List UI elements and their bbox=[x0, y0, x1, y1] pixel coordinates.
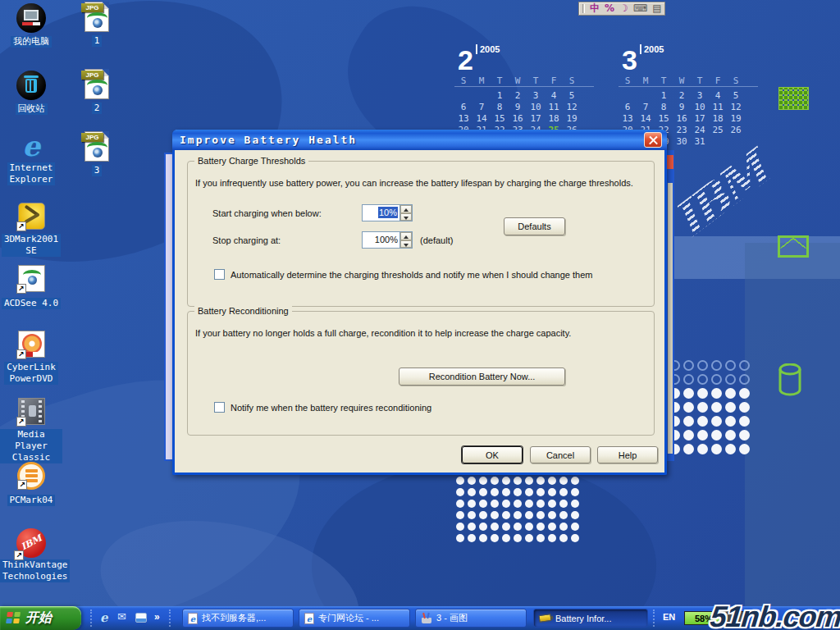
desktop-icon-acdsee[interactable]: ↗ ACDSee 4.0 bbox=[0, 264, 62, 309]
desktop-icon-jpg-1[interactable]: JPG 1 bbox=[66, 2, 128, 47]
ime-chinese-icon[interactable]: 中 bbox=[590, 2, 600, 15]
dot bbox=[711, 374, 722, 385]
desktop-icon-3dmark2001[interactable]: ↗ 3DMark2001 SE bbox=[0, 202, 62, 257]
thresholds-description: If you infrequently use battery power, y… bbox=[195, 178, 647, 188]
start-charging-spinner[interactable]: 10% bbox=[362, 204, 413, 221]
dot bbox=[739, 360, 750, 371]
shortcut-arrow-icon: ↗ bbox=[14, 550, 24, 560]
ime-language-bar[interactable]: 中 % ☽ ⌨ ▤ bbox=[578, 2, 665, 16]
ime-keyboard-icon[interactable]: ⌨ bbox=[633, 2, 647, 15]
ime-menu-icon[interactable]: ▤ bbox=[652, 2, 661, 15]
taskbar-separator bbox=[653, 609, 655, 627]
dot bbox=[456, 488, 464, 496]
ok-button[interactable]: OK bbox=[462, 446, 523, 463]
desktop-icon-pcmark04[interactable]: ↗ PCMark04 bbox=[0, 461, 62, 506]
dot bbox=[491, 477, 499, 485]
desktop-icon-label: CyberLink PowerDVD bbox=[4, 362, 58, 385]
dot bbox=[491, 488, 499, 496]
close-icon[interactable] bbox=[644, 132, 662, 148]
desktop-icon-jpg-2[interactable]: JPG 2 bbox=[66, 69, 128, 114]
dot bbox=[711, 430, 722, 441]
dot bbox=[711, 360, 722, 371]
calendar-day-header: F bbox=[709, 75, 727, 87]
3dmark-icon: ↗ bbox=[18, 203, 45, 230]
dot bbox=[571, 523, 579, 531]
notify-reconditioning-checkbox[interactable] bbox=[214, 402, 225, 413]
dot bbox=[711, 388, 722, 399]
dot bbox=[725, 374, 736, 385]
dot bbox=[514, 500, 522, 508]
quicklaunch-ie-icon[interactable]: e bbox=[100, 610, 108, 625]
dot bbox=[456, 500, 464, 508]
desktop-icon-label: PCMark04 bbox=[7, 495, 56, 506]
start-charging-label: Start charging when below: bbox=[212, 208, 322, 218]
dot bbox=[697, 360, 708, 371]
dot bbox=[559, 488, 568, 496]
task-label: 3 - 画图 bbox=[436, 612, 468, 624]
calendar-day-header: T bbox=[691, 75, 709, 87]
wallpaper-panel bbox=[745, 243, 840, 606]
quicklaunch-overflow-chevron[interactable]: » bbox=[154, 611, 160, 623]
taskbar-button-server-not-found[interactable]: e 找不到服务器,... bbox=[182, 609, 294, 628]
desktop-icon-internet-explorer[interactable]: e Internet Explorer bbox=[0, 131, 62, 185]
dot bbox=[502, 500, 510, 508]
dot bbox=[725, 388, 736, 399]
taskbar-button-forum[interactable]: e 专门网论坛 - ... bbox=[299, 609, 410, 628]
dot bbox=[525, 488, 533, 496]
dot bbox=[697, 402, 708, 413]
calendar-title: 32005 bbox=[619, 44, 758, 74]
dot bbox=[468, 500, 476, 508]
desktop-icon-media-player-classic[interactable]: ↗ Media Player Classic bbox=[0, 397, 62, 463]
start-button[interactable]: 开始 bbox=[0, 606, 81, 630]
stop-charging-spinner[interactable]: 100% bbox=[362, 231, 413, 249]
dot bbox=[525, 500, 533, 508]
dot bbox=[468, 488, 476, 496]
spinner-down-icon[interactable] bbox=[400, 213, 412, 221]
defaults-button[interactable]: Defaults bbox=[504, 217, 565, 235]
dot bbox=[683, 430, 694, 441]
cancel-button[interactable]: Cancel bbox=[530, 446, 591, 463]
desktop-icon-recycle-bin[interactable]: 回收站 bbox=[0, 71, 62, 115]
dot bbox=[479, 511, 487, 519]
desktop-icon-thinkvantage[interactable]: IBM↗ ThinkVantage Technologies bbox=[0, 528, 62, 582]
dot bbox=[711, 416, 722, 427]
dialog-titlebar[interactable]: Improve Battery Health bbox=[172, 130, 667, 150]
ime-width-toggle-icon[interactable]: % bbox=[605, 2, 614, 15]
quicklaunch-mail-icon[interactable]: ✉ bbox=[117, 610, 126, 623]
dot bbox=[697, 374, 708, 385]
dot bbox=[739, 416, 750, 427]
ime-drag-handle[interactable] bbox=[582, 4, 585, 13]
dot bbox=[456, 511, 464, 519]
calendar-month: 2 bbox=[458, 44, 473, 75]
stop-charging-value[interactable]: 100% bbox=[363, 232, 399, 248]
dot bbox=[536, 511, 545, 519]
dot bbox=[711, 402, 722, 413]
taskbar-button-paint[interactable]: 3 - 画图 bbox=[415, 609, 527, 628]
calendar-day: 31 bbox=[691, 136, 709, 148]
spinner-up-icon[interactable] bbox=[400, 205, 412, 213]
dot bbox=[491, 534, 499, 542]
dot bbox=[479, 523, 487, 531]
language-indicator[interactable]: EN bbox=[663, 612, 675, 622]
start-charging-value[interactable]: 10% bbox=[363, 205, 399, 221]
quicklaunch-show-desktop-icon[interactable] bbox=[135, 613, 147, 623]
taskbar-button-battery-information[interactable]: Battery Infor... bbox=[533, 609, 648, 628]
spinner-down-icon[interactable] bbox=[400, 240, 412, 249]
auto-thresholds-checkbox[interactable] bbox=[214, 269, 225, 280]
desktop-icon-jpg-3[interactable]: JPG 3 bbox=[66, 131, 128, 176]
ie-page-icon: e bbox=[188, 613, 198, 624]
dot bbox=[571, 477, 579, 485]
desktop-icon-powerdvd[interactable]: ↗ CyberLink PowerDVD bbox=[0, 330, 62, 385]
ime-punctuation-icon[interactable]: ☽ bbox=[619, 2, 628, 15]
dot bbox=[479, 477, 487, 485]
desktop-icon-my-computer[interactable]: 我的电脑 bbox=[0, 3, 62, 48]
paint-icon bbox=[421, 613, 432, 623]
calendar-day-header: S bbox=[454, 75, 472, 87]
calendar-day-header: S bbox=[727, 75, 745, 87]
spinner-up-icon[interactable] bbox=[400, 232, 412, 240]
recondition-battery-button[interactable]: Recondition Battery Now... bbox=[399, 368, 565, 386]
dot bbox=[559, 523, 568, 531]
help-button[interactable]: Help bbox=[597, 446, 658, 463]
dot bbox=[683, 402, 694, 413]
dot bbox=[683, 444, 694, 454]
